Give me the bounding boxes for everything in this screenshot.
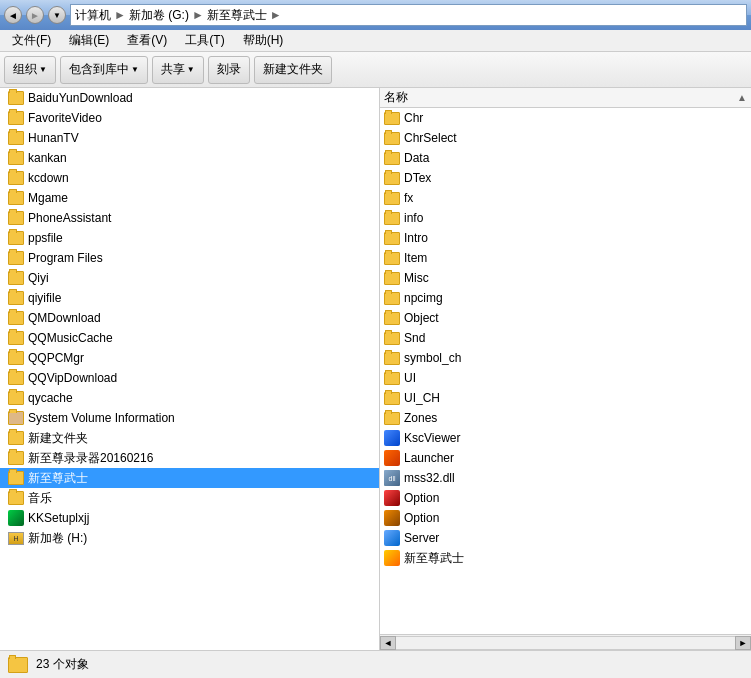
right-panel-item[interactable]: symbol_ch [380,348,751,368]
right-panel-item[interactable]: Data [380,148,751,168]
name-column-header: 名称 [384,89,737,106]
menu-edit[interactable]: 编辑(E) [61,30,117,51]
address-part-1: 计算机 [75,7,111,24]
right-panel-item[interactable]: Chr [380,108,751,128]
item-label: Intro [404,231,428,245]
object-count: 23 个对象 [36,656,89,673]
left-panel-item[interactable]: 新至尊录录器20160216 [0,448,379,468]
add-to-library-button[interactable]: 包含到库中 ▼ [60,56,148,84]
left-panel-item[interactable]: qycache [0,388,379,408]
right-panel-item[interactable]: Option [380,488,751,508]
left-panel-item[interactable]: kcdown [0,168,379,188]
item-label: 新加卷 (H:) [28,530,87,547]
right-panel-item[interactable]: KscViewer [380,428,751,448]
h-scroll-right[interactable]: ► [735,636,751,650]
right-panel-item[interactable]: npcimg [380,288,751,308]
right-panel-item[interactable]: 新至尊武士 [380,548,751,568]
main-area: BaiduYunDownloadFavoriteVideoHunanTVkank… [0,88,751,650]
folder-icon [384,372,400,385]
left-panel-item[interactable]: 音乐 [0,488,379,508]
folder-icon [8,271,24,285]
folder-icon [8,451,24,465]
right-panel-item[interactable]: dllmss32.dll [380,468,751,488]
address-sep-3: ► [270,8,282,22]
left-panel-item[interactable]: BaiduYunDownload [0,88,379,108]
back-button[interactable]: ◄ [4,6,22,24]
item-label: KKSetuplxjj [28,511,89,525]
menu-file[interactable]: 文件(F) [4,30,59,51]
right-panel-item[interactable]: Snd [380,328,751,348]
game-icon [384,550,400,566]
left-panel-item[interactable]: qiyifile [0,288,379,308]
share-button[interactable]: 共享 ▼ [152,56,204,84]
folder-icon [8,311,24,325]
h-scroll-left[interactable]: ◄ [380,636,396,650]
left-panel-item[interactable]: QMDownload [0,308,379,328]
left-panel-item[interactable]: FavoriteVideo [0,108,379,128]
right-panel-item[interactable]: ChrSelect [380,128,751,148]
item-label: HunanTV [28,131,79,145]
right-panel-item[interactable]: Option [380,508,751,528]
folder-icon [384,272,400,285]
left-panel-item[interactable]: QQVipDownload [0,368,379,388]
folder-icon [384,232,400,245]
right-panel-item[interactable]: Object [380,308,751,328]
folder-icon [8,411,24,425]
dll-icon: dll [384,470,400,486]
folder-icon [8,391,24,405]
horizontal-scrollbar[interactable]: ◄ ► [380,634,751,650]
left-panel-item[interactable]: kankan [0,148,379,168]
new-folder-button[interactable]: 新建文件夹 [254,56,332,84]
left-panel-item[interactable]: PhoneAssistant [0,208,379,228]
app-icon [8,510,24,526]
burn-label: 刻录 [217,61,241,78]
organize-button[interactable]: 组织 ▼ [4,56,56,84]
forward-button[interactable]: ► [26,6,44,24]
folder-icon [384,152,400,165]
address-part-2: 新加卷 (G:) [129,7,189,24]
right-panel-item[interactable]: Intro [380,228,751,248]
folder-icon [8,351,24,365]
left-panel-item[interactable]: QQPCMgr [0,348,379,368]
right-panel[interactable]: ChrChrSelectDataDTexfxinfoIntroItemMiscn… [380,108,751,634]
right-panel-item[interactable]: Launcher [380,448,751,468]
item-label: DTex [404,171,431,185]
left-panel[interactable]: BaiduYunDownloadFavoriteVideoHunanTVkank… [0,88,380,650]
right-panel-item[interactable]: Zones [380,408,751,428]
left-panel-item[interactable]: HunanTV [0,128,379,148]
right-panel-item[interactable]: Item [380,248,751,268]
menu-help[interactable]: 帮助(H) [235,30,292,51]
right-panel-item[interactable]: DTex [380,168,751,188]
menu-view[interactable]: 查看(V) [119,30,175,51]
left-panel-item[interactable]: ppsfile [0,228,379,248]
item-label: KscViewer [404,431,460,445]
right-panel-item[interactable]: UI [380,368,751,388]
right-panel-item[interactable]: UI_CH [380,388,751,408]
item-label: 新建文件夹 [28,430,88,447]
menu-tools[interactable]: 工具(T) [177,30,232,51]
item-label: QMDownload [28,311,101,325]
item-label: BaiduYunDownload [28,91,133,105]
left-panel-item[interactable]: QQMusicCache [0,328,379,348]
item-label: UI_CH [404,391,440,405]
item-label: Misc [404,271,429,285]
right-panel-item[interactable]: Misc [380,268,751,288]
left-panel-item[interactable]: KKSetuplxjj [0,508,379,528]
right-panel-item[interactable]: fx [380,188,751,208]
left-panel-item[interactable]: Qiyi [0,268,379,288]
left-panel-item[interactable]: System Volume Information [0,408,379,428]
column-header: 名称 ▲ [380,88,751,108]
item-label: Snd [404,331,425,345]
item-label: Data [404,151,429,165]
left-panel-item[interactable]: Program Files [0,248,379,268]
left-panel-item[interactable]: 新建文件夹 [0,428,379,448]
left-panel-item[interactable]: Mgame [0,188,379,208]
right-panel-item[interactable]: Server [380,528,751,548]
address-bar[interactable]: 计算机 ► 新加卷 (G:) ► 新至尊武士 ► [70,4,747,26]
history-dropdown-button[interactable]: ▼ [48,6,66,24]
left-panel-item[interactable]: 新至尊武士 [0,468,379,488]
folder-icon [384,292,400,305]
burn-button[interactable]: 刻录 [208,56,250,84]
right-panel-item[interactable]: info [380,208,751,228]
left-panel-item[interactable]: H新加卷 (H:) [0,528,379,548]
